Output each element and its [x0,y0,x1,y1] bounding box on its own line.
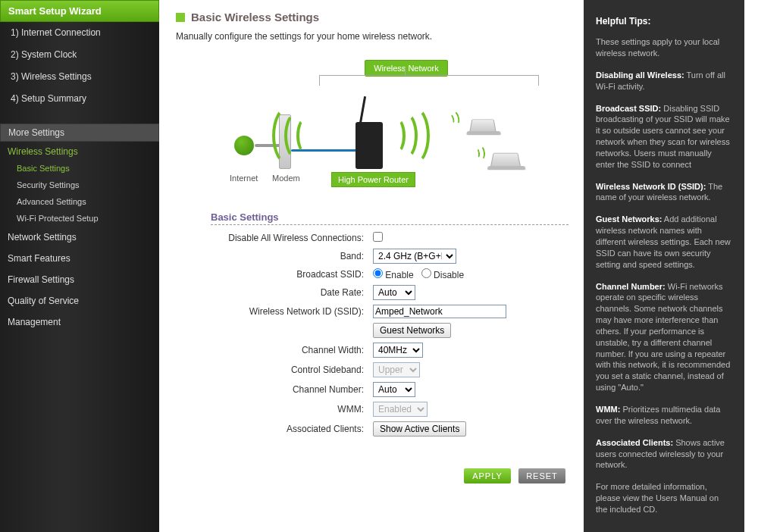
wizard-item-clock[interactable]: 2) System Clock [0,44,159,66]
label-broadcast-ssid: Broadcast SSID: [211,266,370,283]
label-wmm: WMM: [211,399,370,419]
sidebar-item-firewall[interactable]: Firewall Settings [0,269,159,290]
tip-clients: Associated Clients: Shows active users c… [596,437,732,471]
radio-disable-label[interactable]: Disable [421,270,464,280]
sidebar-item-network[interactable]: Network Settings [0,227,159,248]
tip-disable-all: Disabling all Wireless: Turn off all Wi-… [596,70,732,92]
settings-form: Disable All Wireless Connections: Band: … [211,230,509,439]
radio-enable[interactable] [373,268,383,278]
label-channel-width: Channel Width: [211,340,370,360]
sidebar-item-wps[interactable]: Wi-Fi Protected Setup [0,210,159,227]
apply-button[interactable]: APPLY [464,468,511,483]
tip-guest-networks: Guest Networks: Add additional wireless … [596,214,732,270]
page-title: Basic Wireless Settings [191,11,319,23]
wizard-item-internet[interactable]: 1) Internet Connection [0,22,159,44]
square-marker-icon [176,13,185,22]
tip-channel-number: Channel Number: Wi-Fi networks operate o… [596,281,732,393]
wifi-mini-wave-icon [473,146,488,161]
main-panel: Basic Wireless Settings Manually configu… [159,0,584,532]
radio-enable-label[interactable]: Enable [373,270,416,280]
page-description: Manually configure the settings for your… [176,31,568,42]
select-channel-width[interactable]: 40MHz [373,343,423,358]
disable-text: Disable [434,270,464,280]
tip-intro: These settings apply to your local wirel… [596,36,732,59]
checkbox-disable-all[interactable] [373,232,383,242]
diagram-bracket [319,75,539,86]
show-active-clients-button[interactable]: Show Active Clients [373,421,466,437]
globe-icon [234,136,254,155]
laptop-icon [490,153,521,167]
label-ssid: Wireless Network ID (SSID): [211,302,370,321]
label-disable-all: Disable All Wireless Connections: [211,230,370,246]
diagram-wireless-network-badge: Wireless Network [365,60,448,77]
sidebar-item-security-settings[interactable]: Security Settings [0,177,159,193]
enable-text: Enable [385,270,413,280]
laptop-icon [469,120,496,133]
network-diagram: Wireless Network Internet Modem High Pow… [190,54,554,205]
router-icon [356,122,383,169]
helpful-tips-panel: Helpful Tips: These settings apply to yo… [584,0,744,532]
sidebar-group-wireless[interactable]: Wireless Settings [0,142,159,160]
select-wmm[interactable]: Enabled [373,402,428,417]
sidebar-item-qos[interactable]: Quality of Service [0,290,159,311]
sidebar-item-basic-settings[interactable]: Basic Settings [0,160,159,177]
select-channel-number[interactable]: Auto [373,382,415,397]
sidebar-item-advanced-settings[interactable]: Advanced Settings [0,193,159,210]
section-divider [211,224,568,225]
section-title-basic: Basic Settings [211,211,568,223]
sidebar-item-management[interactable]: Management [0,311,159,333]
label-clients: Associated Clients: [211,419,370,439]
select-sideband[interactable]: Upper [373,362,420,377]
label-sideband: Control Sideband: [211,360,370,380]
guest-networks-button[interactable]: Guest Networks [373,323,451,338]
label-data-rate: Date Rate: [211,283,370,302]
diagram-label-internet: Internet [230,174,258,183]
select-band[interactable]: 2.4 GHz (B+G+N) [373,249,456,264]
label-band: Band: [211,246,370,266]
sidebar: Smart Setup Wizard 1) Internet Connectio… [0,0,159,532]
reset-button[interactable]: RESET [518,468,565,483]
tip-wmm: WMM: Prioritizes multimedia data over th… [596,404,732,427]
wizard-item-summary[interactable]: 4) Setup Summary [0,88,159,110]
sidebar-item-smart-features[interactable]: Smart Features [0,248,159,269]
tip-broadcast-ssid: Broadcast SSID: Disabling SSID broadcast… [596,103,732,171]
select-data-rate[interactable]: Auto [373,285,415,300]
radio-disable[interactable] [421,268,431,278]
diagram-router-badge: High Power Router [331,172,415,187]
tips-heading: Helpful Tips: [596,15,732,27]
wizard-item-wireless[interactable]: 3) Wireless Settings [0,66,159,88]
label-channel-number: Channel Number: [211,380,370,399]
tip-manual: For more detailed information, please vi… [596,481,732,515]
wizard-header[interactable]: Smart Setup Wizard [0,0,159,22]
antenna-icon [359,96,366,124]
diagram-label-modem: Modem [272,174,300,183]
more-settings-header[interactable]: More Settings [0,124,159,142]
tip-ssid: Wireless Network ID (SSID): The name of … [596,181,732,204]
input-ssid[interactable] [373,305,506,318]
wifi-mini-wave-icon [446,110,463,127]
